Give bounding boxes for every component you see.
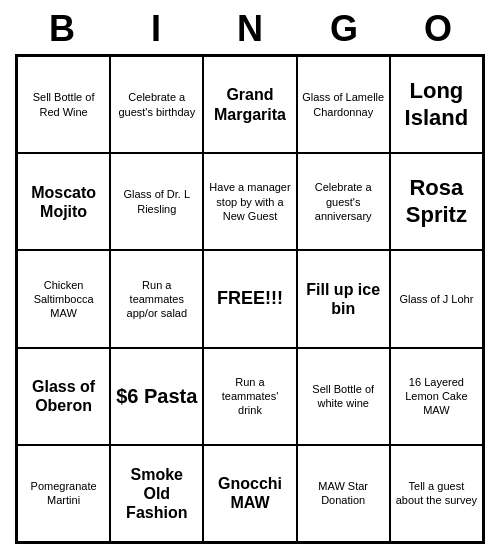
bingo-cell: Tell a guest about the survey: [390, 445, 483, 542]
bingo-cell: Run a teammates' drink: [203, 348, 296, 445]
letter-b: B: [19, 8, 105, 50]
letter-o: O: [395, 8, 481, 50]
bingo-cell: Glass of Dr. L Riesling: [110, 153, 203, 250]
letter-g: G: [301, 8, 387, 50]
bingo-title: B I N G O: [15, 0, 485, 54]
bingo-cell: Gnocchi MAW: [203, 445, 296, 542]
bingo-grid: Sell Bottle of Red WineCelebrate a guest…: [15, 54, 485, 544]
bingo-cell: Moscato Mojito: [17, 153, 110, 250]
bingo-cell: 16 Layered Lemon Cake MAW: [390, 348, 483, 445]
letter-n: N: [207, 8, 293, 50]
bingo-cell: $6 Pasta: [110, 348, 203, 445]
bingo-cell: Long Island: [390, 56, 483, 153]
bingo-cell: Have a manager stop by with a New Guest: [203, 153, 296, 250]
bingo-cell: Sell Bottle of Red Wine: [17, 56, 110, 153]
bingo-cell: Pomegranate Martini: [17, 445, 110, 542]
bingo-cell: Run a teammates app/or salad: [110, 250, 203, 347]
bingo-cell: Celebrate a guest's anniversary: [297, 153, 390, 250]
bingo-cell: Chicken Saltimbocca MAW: [17, 250, 110, 347]
bingo-cell: Glass of J Lohr: [390, 250, 483, 347]
bingo-cell: Celebrate a guest's birthday: [110, 56, 203, 153]
bingo-cell: FREE!!!: [203, 250, 296, 347]
bingo-cell: Glass of Oberon: [17, 348, 110, 445]
bingo-cell: Glass of Lamelle Chardonnay: [297, 56, 390, 153]
bingo-cell: Smoke Old Fashion: [110, 445, 203, 542]
bingo-cell: MAW Star Donation: [297, 445, 390, 542]
bingo-cell: Grand Margarita: [203, 56, 296, 153]
letter-i: I: [113, 8, 199, 50]
bingo-cell: Sell Bottle of white wine: [297, 348, 390, 445]
bingo-cell: Rosa Spritz: [390, 153, 483, 250]
bingo-cell: Fill up ice bin: [297, 250, 390, 347]
